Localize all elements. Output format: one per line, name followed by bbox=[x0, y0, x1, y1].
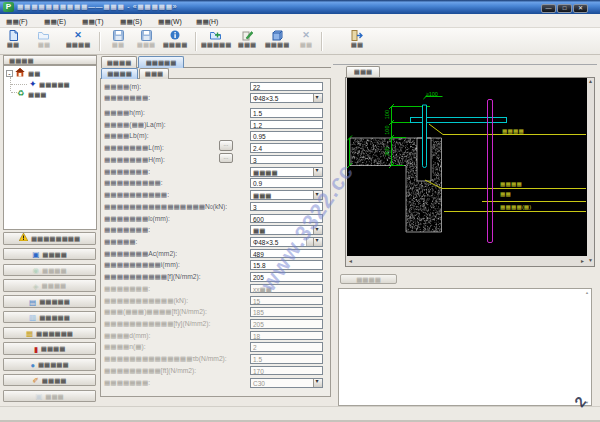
svg-text:100: 100 bbox=[384, 126, 390, 135]
svg-text:100: 100 bbox=[384, 110, 390, 119]
svg-text:300: 300 bbox=[384, 147, 390, 156]
svg-text:≥100: ≥100 bbox=[426, 91, 438, 97]
